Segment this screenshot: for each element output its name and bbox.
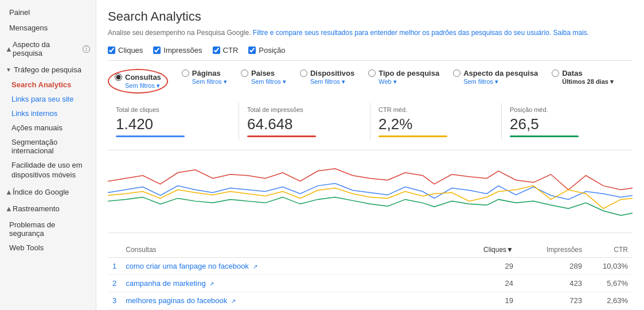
row-3-query-link[interactable]: melhores paginas do facebook <box>126 296 227 305</box>
radio-tipo[interactable]: Tipo de pesquisa Web ▾ <box>368 69 439 86</box>
sidebar-item-seguranca[interactable]: Problemas de segurança <box>0 218 96 241</box>
radio-aspecto-sub[interactable]: Sem filtros ▾ <box>463 78 498 86</box>
sidebar-group-rastreamento[interactable]: ▶ Rastreamento <box>0 201 96 216</box>
chart-area <box>108 158 633 233</box>
row-2-query-link[interactable]: campanha de marketing <box>126 279 205 288</box>
row-1-cliques: 29 <box>460 258 518 275</box>
radio-aspecto[interactable]: Aspecto da pesquisa Sem filtros ▾ <box>453 69 538 86</box>
sidebar-group-indice[interactable]: ▶ Índice do Google <box>0 184 96 200</box>
checkboxes-row: Cliques Impressões CTR Posição <box>108 46 633 61</box>
metric-impressoes: Total de impressões 64.648 <box>239 103 370 141</box>
metric-bar-posicao <box>510 135 579 137</box>
data-table: Consultas Cliques▼ Impressões CTR 1 como… <box>108 242 633 309</box>
row-2-impressoes: 423 <box>518 275 587 292</box>
row-3-ctr: 2,63% <box>587 292 633 309</box>
col-impressoes-header: Impressões <box>518 242 587 258</box>
sidebar-item-webtools[interactable]: Web Tools <box>0 241 96 255</box>
chevron-right-icon-3: ▶ <box>5 206 11 211</box>
line-posicao <box>108 197 633 215</box>
sidebar-item-acoes[interactable]: Ações manuais <box>0 121 96 135</box>
chevron-right-icon: ▶ <box>5 46 11 51</box>
metric-bar-cliques <box>116 135 185 137</box>
sidebar-group-aspecto[interactable]: ▶ Aspecto da pesquisa i <box>0 37 96 61</box>
row-3-num: 3 <box>108 292 121 309</box>
checkbox-cliques[interactable]: Cliques <box>108 46 143 55</box>
line-ctr <box>108 186 633 209</box>
table-body: 1 como criar uma fanpage no facebook ↗ 2… <box>108 258 633 309</box>
radio-dispositivos-sub[interactable]: Sem filtros ▾ <box>310 78 345 86</box>
checkbox-posicao-input[interactable] <box>248 46 256 54</box>
radio-consultas[interactable]: Consultas Sem filtros ▾ <box>108 69 168 94</box>
sidebar-item-search-analytics[interactable]: Search Analytics <box>0 78 96 92</box>
row-2-num: 2 <box>108 275 121 292</box>
sidebar-item-links-internos[interactable]: Links internos <box>0 106 96 121</box>
subtitle: Analise seu desempenho na Pesquisa Googl… <box>108 28 633 38</box>
row-2-ctr: 5,67% <box>587 275 633 292</box>
radio-datas[interactable]: Datas Últimos 28 dias ▾ <box>552 69 614 86</box>
saiba-mais-link[interactable]: Saiba mais. <box>553 29 590 37</box>
radio-dispositivos[interactable]: Dispositivos Sem filtros ▾ <box>300 69 354 86</box>
metric-bar-impressoes <box>247 135 316 137</box>
row-2-query: campanha de marketing ↗ <box>121 275 460 292</box>
checkbox-posicao[interactable]: Posição <box>248 46 285 55</box>
subtitle-link[interactable]: Filtre e compare seus resultados para en… <box>253 29 551 37</box>
radio-paginas-sub[interactable]: Sem filtros ▾ <box>192 78 227 86</box>
table-header-row: Consultas Cliques▼ Impressões CTR <box>108 242 633 258</box>
checkbox-ctr[interactable]: CTR <box>213 46 239 55</box>
line-impressoes <box>108 169 633 190</box>
metric-bar-ctr <box>378 135 447 137</box>
sidebar-item-segmentacao[interactable]: Segmentação internacional <box>0 135 96 158</box>
row-2-cliques: 24 <box>460 275 518 292</box>
table-row: 3 melhores paginas do facebook ↗ 19 723 … <box>108 292 633 309</box>
checkbox-ctr-input[interactable] <box>213 46 220 54</box>
row-1-impressoes: 289 <box>518 258 587 275</box>
table-row: 1 como criar uma fanpage no facebook ↗ 2… <box>108 258 633 275</box>
radio-tipo-input[interactable] <box>368 69 376 77</box>
radio-datas-sub[interactable]: Últimos 28 dias ▾ <box>562 78 614 86</box>
radio-paises[interactable]: Países Sem filtros ▾ <box>241 69 286 86</box>
row-1-query-link[interactable]: como criar uma fanpage no facebook <box>126 262 249 270</box>
line-chart <box>108 158 633 227</box>
radio-paginas-input[interactable] <box>182 69 189 77</box>
radio-dispositivos-input[interactable] <box>300 69 307 77</box>
external-link-icon-1: ↗ <box>253 264 257 270</box>
radio-paginas[interactable]: Páginas Sem filtros ▾ <box>182 69 227 86</box>
table-row: 2 campanha de marketing ↗ 24 423 5,67% <box>108 275 633 292</box>
sidebar-item-mensagens[interactable]: Mensagens <box>0 20 96 36</box>
radio-consultas-input[interactable] <box>115 73 122 81</box>
checkbox-cliques-input[interactable] <box>108 46 115 54</box>
radio-paises-sub[interactable]: Sem filtros ▾ <box>251 78 286 86</box>
metric-posicao: Posição méd. 26,5 <box>502 103 633 141</box>
checkbox-impressoes[interactable]: Impressões <box>153 46 202 55</box>
col-cliques-header[interactable]: Cliques▼ <box>460 242 518 258</box>
row-3-impressoes: 723 <box>518 292 587 309</box>
sidebar: Painel Mensagens ▶ Aspecto da pesquisa i… <box>0 0 96 310</box>
chevron-right-icon-2: ▶ <box>5 189 11 194</box>
radio-row: Consultas Sem filtros ▾ Páginas Sem filt… <box>108 69 633 94</box>
radio-datas-input[interactable] <box>552 69 559 77</box>
info-icon: i <box>83 45 90 53</box>
col-consultas-header: Consultas <box>121 242 460 258</box>
external-link-icon-2: ↗ <box>209 281 214 287</box>
chevron-down-icon: ▼ <box>6 67 11 73</box>
row-1-ctr: 10,03% <box>587 258 633 275</box>
sidebar-item-links-site[interactable]: Links para seu site <box>0 92 96 106</box>
main-content: Search Analytics Analise seu desempenho … <box>96 0 644 310</box>
metrics-row: Total de cliques 1.420 Total de impressõ… <box>108 103 633 150</box>
col-num-header <box>108 242 121 258</box>
radio-paises-input[interactable] <box>241 69 248 77</box>
external-link-icon-3: ↗ <box>231 298 236 304</box>
radio-aspecto-input[interactable] <box>453 69 460 77</box>
row-1-query: como criar uma fanpage no facebook ↗ <box>121 258 460 275</box>
page-title: Search Analytics <box>108 9 633 24</box>
sidebar-item-facilidade[interactable]: Facilidade de uso em dispositivos móveis <box>0 158 96 183</box>
row-1-num: 1 <box>108 258 121 275</box>
row-3-cliques: 19 <box>460 292 518 309</box>
checkbox-impressoes-input[interactable] <box>153 46 161 54</box>
radio-consultas-sub[interactable]: Sem filtros ▾ <box>125 82 160 90</box>
sidebar-trafego-children: Search Analytics Links para seu site Lin… <box>0 78 96 183</box>
sidebar-item-painel[interactable]: Painel <box>0 5 96 20</box>
radio-tipo-sub[interactable]: Web ▾ <box>378 78 396 86</box>
sidebar-group-trafego[interactable]: ▼ Tráfego de pesquisa <box>0 62 96 78</box>
row-3-query: melhores paginas do facebook ↗ <box>121 292 460 309</box>
